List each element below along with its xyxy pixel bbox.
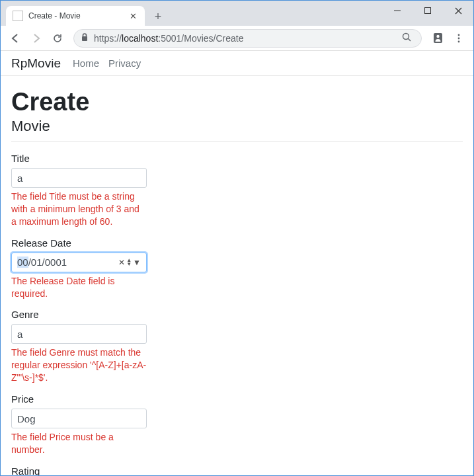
favicon-icon [13,11,23,21]
svg-point-5 [403,33,409,39]
svg-point-11 [458,40,460,42]
svg-point-9 [458,34,460,36]
svg-point-10 [458,37,460,39]
divider [11,141,463,142]
nav-link-home[interactable]: Home [73,58,99,69]
field-rating: Rating z The field Rating must match the… [11,465,147,475]
error-genre: The field Genre must match the regular e… [11,346,147,384]
svg-line-6 [409,38,411,41]
new-tab-button[interactable]: + [149,7,167,26]
input-title[interactable]: a [11,168,147,188]
error-title: The field Title must be a string with a … [11,190,147,228]
page-viewport[interactable]: RpMovie Home Privacy Create Movie Title … [1,51,473,475]
browser-menu-button[interactable] [450,29,468,48]
browser-tab[interactable]: Create - Movie ✕ [6,6,145,26]
input-genre[interactable]: a [11,324,147,344]
arrow-left-icon [10,33,20,44]
reload-icon [52,33,63,44]
user-icon[interactable] [428,29,447,48]
date-clear-icon[interactable]: ✕ [118,258,125,267]
close-icon [455,7,462,15]
window-minimize-button[interactable] [382,1,413,20]
tab-strip: Create - Movie ✕ + [1,1,473,26]
nav-back-button[interactable] [6,29,24,48]
label-price: Price [11,393,147,405]
site-navbar: RpMovie Home Privacy [1,51,473,76]
input-price[interactable]: Dog [11,409,147,428]
tab-close-icon[interactable]: ✕ [128,11,138,21]
zoom-icon[interactable] [399,32,415,44]
lock-icon [81,33,89,44]
input-release-date[interactable]: 00/01/0001 ✕ ▲▼ ▼ [11,253,147,272]
date-spinner-icon[interactable]: ▲▼ [126,258,132,266]
tab-title: Create - Movie [28,11,128,20]
browser-window: Create - Movie ✕ + [0,0,474,476]
label-release-date: Release Date [11,237,147,249]
field-title: Title a The field Title must be a string… [11,153,147,228]
nav-link-privacy[interactable]: Privacy [108,58,141,69]
window-close-button[interactable] [443,1,473,20]
page-title: Create [11,88,463,116]
svg-rect-1 [425,8,431,14]
error-price: The field Price must be a number. [11,431,147,456]
field-genre: Genre a The field Genre must match the r… [11,309,147,384]
label-title: Title [11,153,147,164]
minimize-icon [394,7,401,14]
maximize-icon [424,7,431,14]
kebab-icon [454,34,463,43]
address-bar[interactable]: https://localhost:5001/Movies/Create [73,29,422,48]
window-controls [382,1,473,20]
window-maximize-button[interactable] [413,1,443,20]
brand-link[interactable]: RpMovie [11,56,61,71]
label-genre: Genre [11,309,147,320]
page-subtitle: Movie [11,118,463,135]
nav-forward-button[interactable] [27,29,46,48]
arrow-right-icon [31,33,42,44]
svg-rect-4 [82,36,87,41]
field-price: Price Dog The field Price must be a numb… [11,393,147,456]
address-text: https://localhost:5001/Movies/Create [94,33,399,44]
svg-point-8 [436,35,439,38]
date-controls: ✕ ▲▼ ▼ [118,258,141,267]
page-content: Create Movie Title a The field Title mus… [1,76,473,475]
date-dropdown-icon[interactable]: ▼ [133,258,141,267]
date-value: 00/01/0001 [17,257,118,268]
account-icon [432,32,444,44]
field-release-date: Release Date 00/01/0001 ✕ ▲▼ ▼ The Relea… [11,237,147,300]
error-release-date: The Release Date field is required. [11,275,147,300]
browser-toolbar: https://localhost:5001/Movies/Create [1,26,473,51]
nav-reload-button[interactable] [48,29,67,48]
label-rating: Rating [11,465,147,475]
